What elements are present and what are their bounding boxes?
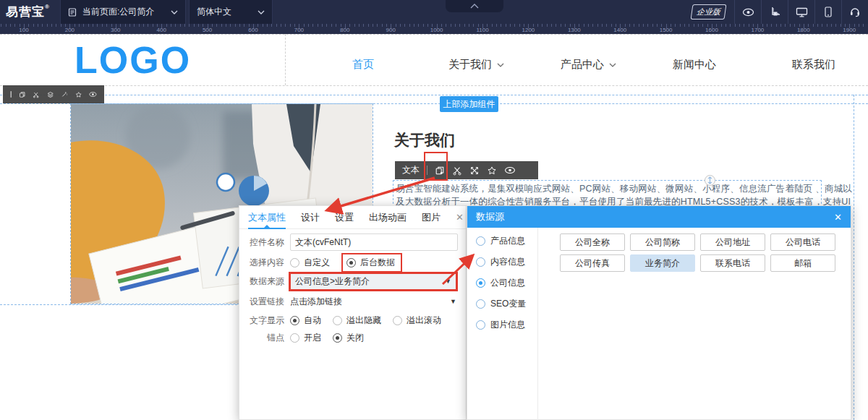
tab-image[interactable]: 图片	[422, 206, 441, 229]
visibility-eye-icon[interactable]	[89, 90, 97, 98]
chevron-down-icon	[258, 10, 265, 14]
data-bind-icon[interactable]	[435, 166, 445, 176]
chevron-down-icon	[171, 10, 178, 14]
field-company-address[interactable]: 公司地址	[700, 233, 765, 251]
drag-handle-icon[interactable]	[10, 90, 12, 99]
field-company-phone[interactable]: 公司电话	[770, 233, 835, 251]
horizontal-ruler: 1002003004005006007008009001000110012001…	[0, 24, 868, 34]
resize-handle[interactable]	[705, 175, 715, 186]
duplicate-icon[interactable]	[19, 90, 25, 100]
add-component-top-button[interactable]: 上部添加组件	[440, 96, 498, 112]
nav-item-products[interactable]: 产品中心	[561, 58, 616, 72]
text-module-toolbar: 文本	[395, 161, 538, 179]
ruler-icon	[770, 7, 780, 17]
banner-section-border-right	[854, 95, 854, 420]
module-type-label: 文本	[402, 164, 420, 176]
move-resize-icon[interactable]	[469, 166, 480, 176]
registered-mark: ®	[45, 4, 50, 10]
nav-item-about[interactable]: 关于我们	[448, 58, 504, 72]
caret-down-icon: ▼	[445, 278, 451, 285]
nav-item-contact[interactable]: 联系我们	[792, 58, 835, 72]
page-icon	[68, 8, 77, 17]
tab-entrance-animation[interactable]: 出场动画	[369, 206, 407, 229]
desktop-view-button[interactable]	[788, 0, 814, 24]
radio-icon-checked[interactable]	[346, 258, 356, 267]
vertical-resize-icon	[707, 176, 712, 184]
site-logo-text[interactable]: LOGO	[75, 38, 191, 82]
header-section-guide	[0, 85, 868, 86]
nav-item-home[interactable]: 首页	[352, 58, 374, 72]
favorite-star-icon[interactable]	[487, 166, 497, 176]
radio-overflow-hidden[interactable]: 溢出隐藏	[333, 314, 381, 327]
set-link-label: 设置链接	[239, 296, 290, 308]
content-choice-label: 选择内容	[239, 257, 290, 269]
tab-text-properties[interactable]: 文本属性	[248, 206, 286, 229]
header-module-toolbar	[3, 85, 104, 103]
layers-icon[interactable]	[47, 90, 54, 100]
radio-overflow-scroll[interactable]: 溢出滚动	[393, 314, 441, 327]
radio-auto[interactable]: 自动	[290, 314, 321, 327]
text-properties-dialog: 文本属性 设计 设置 出场动画 图片 ✕ 控件名称 选择内容 自定义 后台数据 …	[239, 205, 467, 420]
field-contact-phone[interactable]: 联系电话	[700, 254, 765, 272]
data-source-select[interactable]: 公司信息>业务简介 ▼	[290, 273, 456, 290]
chevron-down-icon	[497, 63, 504, 67]
editor-stage: 易营宝® 当前页面:公司简介 简体中文 企业版	[0, 0, 868, 420]
caret-down-icon: ▼	[450, 298, 456, 305]
add-link-select[interactable]: 点击添加链接 ▼	[290, 293, 456, 310]
field-email[interactable]: 邮箱	[770, 254, 835, 272]
radio-custom-content[interactable]: 自定义	[290, 257, 330, 269]
data-source-label: 数据来源	[239, 275, 290, 288]
field-business-profile[interactable]: 业务简介	[630, 254, 695, 272]
nav-item-news[interactable]: 新闻中心	[673, 58, 716, 72]
version-badge: 企业版	[691, 4, 727, 20]
chevron-up-icon	[470, 4, 479, 9]
control-name-input[interactable]	[290, 233, 458, 251]
support-headset-button[interactable]	[842, 0, 868, 24]
language-selector[interactable]: 简体中文	[189, 0, 273, 24]
anchor-label: 锚点	[239, 332, 290, 344]
radio-icon[interactable]	[290, 258, 299, 267]
category-image-info[interactable]: 图片信息	[476, 319, 525, 331]
preview-eye-button[interactable]	[735, 0, 761, 24]
magic-wand-icon[interactable]	[61, 90, 67, 100]
tab-design[interactable]: 设计	[301, 206, 320, 229]
field-company-full-name[interactable]: 公司全称	[560, 233, 625, 251]
favorite-star-icon[interactable]	[75, 90, 82, 100]
category-seo-variables[interactable]: SEO变量	[476, 298, 526, 310]
visibility-eye-icon[interactable]	[504, 166, 516, 174]
cut-icon[interactable]	[452, 166, 462, 176]
header-split-guide	[285, 34, 286, 85]
about-section-title[interactable]: 关于我们	[394, 130, 455, 150]
mobile-view-button[interactable]	[815, 0, 841, 24]
field-company-fax[interactable]: 公司传真	[560, 254, 625, 272]
dialog-tabs: 文本属性 设计 设置 出场动画 图片 ✕	[239, 206, 466, 229]
radio-backend-data[interactable]: 后台数据	[341, 253, 402, 273]
language-label: 简体中文	[197, 6, 252, 18]
app-logo: 易营宝®	[0, 4, 60, 20]
current-page-label: 当前页面:公司简介	[82, 6, 165, 18]
current-page-selector[interactable]: 当前页面:公司简介	[60, 0, 186, 24]
close-icon[interactable]: ✕	[456, 212, 464, 223]
category-content-info[interactable]: 内容信息	[476, 256, 525, 268]
headset-icon	[849, 7, 861, 17]
data-source-dialog-header: 数据源 ✕	[467, 206, 851, 228]
control-name-label: 控件名称	[239, 236, 290, 249]
eye-icon	[742, 8, 754, 17]
chevron-down-icon	[609, 63, 616, 67]
category-product-info[interactable]: 产品信息	[476, 235, 525, 247]
topbar-collapse-toggle[interactable]	[446, 0, 503, 12]
dialog-title: 数据源	[476, 210, 504, 223]
ruler-guides-button[interactable]	[762, 0, 788, 24]
field-company-short-name[interactable]: 公司简称	[630, 233, 695, 251]
paragraph-line-1: 易营宝智能建站系统，是集双模响应式网站、PC网站、移动网站、微网站、小程序、信息…	[396, 183, 852, 195]
radio-anchor-on[interactable]: 开启	[290, 332, 321, 344]
tab-settings[interactable]: 设置	[335, 206, 354, 229]
text-display-label: 文字显示	[239, 314, 290, 327]
category-company-info[interactable]: 公司信息	[476, 277, 525, 289]
phone-icon	[825, 7, 832, 17]
radio-anchor-off[interactable]: 关闭	[333, 332, 364, 344]
close-icon[interactable]: ✕	[834, 212, 842, 223]
editor-topbar: 易营宝® 当前页面:公司简介 简体中文 企业版	[0, 0, 868, 24]
monitor-icon	[796, 7, 808, 17]
cut-icon[interactable]	[33, 90, 39, 100]
